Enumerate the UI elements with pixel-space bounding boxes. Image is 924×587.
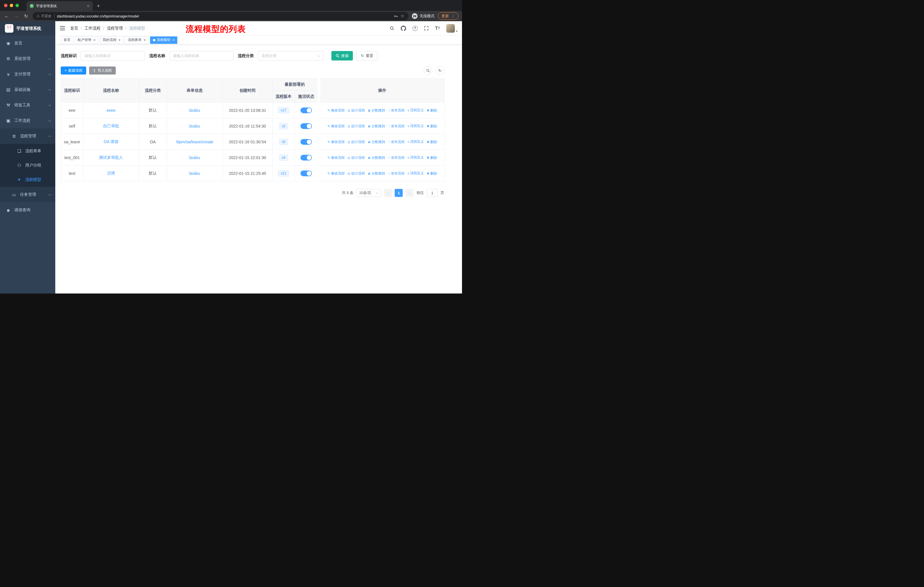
delete-action-link[interactable]: ✖删除: [427, 140, 437, 144]
close-tab-icon[interactable]: ×: [87, 4, 89, 8]
show-search-button[interactable]: [424, 66, 432, 75]
avatar[interactable]: ▾: [446, 24, 457, 33]
form-info-link[interactable]: biubiu: [189, 108, 200, 112]
edit-action-link[interactable]: ✎修改流程: [327, 155, 345, 160]
active-status-toggle[interactable]: [300, 170, 312, 176]
close-icon[interactable]: ×: [144, 38, 146, 42]
form-info-link[interactable]: biubiu: [189, 155, 200, 160]
reset-button[interactable]: ↻ 重置: [356, 51, 378, 61]
app-logo[interactable]: 芋道管理系统: [0, 21, 55, 36]
active-status-toggle[interactable]: [300, 155, 312, 160]
hamburger-icon[interactable]: [60, 26, 65, 30]
back-button[interactable]: ←: [3, 13, 10, 19]
active-status-toggle[interactable]: [300, 139, 312, 145]
assign-action-link[interactable]: ♟分配规则: [368, 140, 385, 144]
publish-action-link[interactable]: ☝发布流程: [388, 171, 405, 176]
search-icon[interactable]: [389, 26, 394, 31]
delete-action-link[interactable]: ✖删除: [427, 108, 437, 113]
goto-page-input[interactable]: [427, 189, 438, 197]
page-size-select[interactable]: 10条/页: [356, 189, 381, 197]
design-action-link[interactable]: ◎设计流程: [347, 140, 365, 144]
process-name-link[interactable]: 自己审批: [103, 124, 119, 128]
breadcrumb-item[interactable]: 流程管理: [107, 26, 123, 31]
password-key-icon[interactable]: [394, 14, 398, 18]
publish-action-link[interactable]: ☝发布流程: [388, 108, 405, 113]
sidebar-item-infra[interactable]: ▤基础设施: [0, 82, 55, 98]
tab-process-form[interactable]: 流程表单×: [125, 36, 148, 44]
tab-home[interactable]: 首页: [61, 36, 73, 44]
assign-action-link[interactable]: ♟分配规则: [368, 171, 385, 176]
font-size-icon[interactable]: TT: [435, 26, 440, 31]
definition-action-link[interactable]: ≡流程定义: [407, 171, 424, 176]
assign-action-link[interactable]: ♟分配规则: [368, 124, 385, 129]
fullscreen-icon[interactable]: [424, 26, 429, 31]
browser-update-button[interactable]: 更新 ⋮: [438, 12, 459, 20]
assign-action-link[interactable]: ♟分配规则: [368, 108, 385, 113]
design-action-link[interactable]: ◎设计流程: [347, 171, 365, 176]
security-warning[interactable]: ⚠ 不安全: [37, 14, 51, 19]
page-1-button[interactable]: 1: [395, 189, 403, 197]
close-icon[interactable]: ×: [93, 38, 96, 42]
edit-action-link[interactable]: ✎修改流程: [327, 108, 345, 113]
delete-action-link[interactable]: ✖删除: [427, 124, 437, 129]
definition-action-link[interactable]: ≡流程定义: [407, 108, 424, 112]
refresh-table-button[interactable]: ↻: [436, 66, 444, 75]
edit-action-link[interactable]: ✎修改流程: [327, 171, 345, 176]
sidebar-item-process-manage[interactable]: ≣流程管理: [0, 128, 55, 144]
delete-action-link[interactable]: ✖删除: [427, 171, 437, 176]
assign-action-link[interactable]: ♟分配规则: [368, 155, 385, 160]
process-name-link[interactable]: OA 请假: [104, 139, 118, 144]
sidebar-item-home[interactable]: ◉首页: [0, 36, 55, 51]
search-button[interactable]: 搜索: [332, 51, 353, 61]
tab-my-process[interactable]: 我的流程×: [100, 36, 124, 44]
prev-page-button[interactable]: ‹: [384, 189, 392, 197]
publish-action-link[interactable]: ☝发布流程: [388, 155, 405, 160]
active-status-toggle[interactable]: [300, 107, 312, 113]
forward-button[interactable]: →: [13, 13, 20, 19]
sidebar-item-payment[interactable]: ¥支付管理: [0, 66, 55, 82]
import-process-button[interactable]: ↥ 导入流程: [89, 66, 116, 74]
create-process-button[interactable]: + 新建流程: [61, 66, 86, 74]
form-info-link[interactable]: biubiu: [189, 171, 200, 176]
definition-action-link[interactable]: ≡流程定义: [407, 124, 424, 128]
definition-action-link[interactable]: ≡流程定义: [407, 155, 424, 160]
edit-action-link[interactable]: ✎修改流程: [327, 124, 345, 129]
process-id-input[interactable]: [81, 51, 145, 61]
browser-tab[interactable]: 芋道管理系统 ×: [26, 1, 93, 11]
sidebar-item-task-manage[interactable]: ⚏任务管理: [0, 187, 55, 202]
tab-tenant[interactable]: 租户管理×: [75, 36, 99, 44]
publish-action-link[interactable]: ☝发布流程: [388, 140, 405, 144]
sidebar-item-leave-query[interactable]: ☻请假查询: [0, 202, 55, 218]
delete-action-link[interactable]: ✖删除: [427, 155, 437, 160]
process-name-input[interactable]: [169, 51, 233, 61]
minimize-window-button[interactable]: [10, 4, 13, 7]
edit-action-link[interactable]: ✎修改流程: [327, 140, 345, 144]
close-window-button[interactable]: [4, 4, 7, 7]
process-name-link[interactable]: 测试多审批人: [99, 155, 123, 160]
close-icon[interactable]: ×: [119, 38, 121, 42]
github-icon[interactable]: [401, 25, 406, 31]
form-info-link[interactable]: /bpm/oa/leave/create: [176, 140, 213, 144]
reload-button[interactable]: ↻: [23, 13, 29, 19]
next-page-button[interactable]: ›: [406, 189, 414, 197]
category-select[interactable]: 流程分类: [258, 51, 323, 61]
definition-action-link[interactable]: ≡流程定义: [407, 139, 424, 144]
bookmark-star-icon[interactable]: ☆: [401, 13, 404, 19]
design-action-link[interactable]: ◎设计流程: [347, 108, 365, 113]
sidebar-item-process-model[interactable]: ✈流程模型: [0, 172, 55, 187]
help-icon[interactable]: ?: [412, 26, 417, 31]
sidebar-item-system[interactable]: ⚙系统管理: [0, 51, 55, 66]
active-status-toggle[interactable]: [300, 123, 312, 129]
process-name-link[interactable]: eeee: [107, 108, 116, 112]
close-icon[interactable]: ×: [172, 38, 175, 42]
tab-process-model[interactable]: 流程模型×: [150, 36, 178, 44]
breadcrumb-item[interactable]: 工作流程: [84, 26, 101, 31]
sidebar-item-process-form[interactable]: ❏流程表单: [0, 144, 55, 158]
design-action-link[interactable]: ◎设计流程: [347, 155, 365, 160]
new-tab-button[interactable]: +: [97, 3, 100, 9]
design-action-link[interactable]: ◎设计流程: [347, 124, 365, 129]
zoom-window-button[interactable]: [15, 4, 19, 7]
menu-kebab-icon[interactable]: ⋮: [451, 14, 455, 18]
form-info-link[interactable]: biubiu: [189, 124, 200, 128]
publish-action-link[interactable]: ☝发布流程: [388, 124, 405, 129]
